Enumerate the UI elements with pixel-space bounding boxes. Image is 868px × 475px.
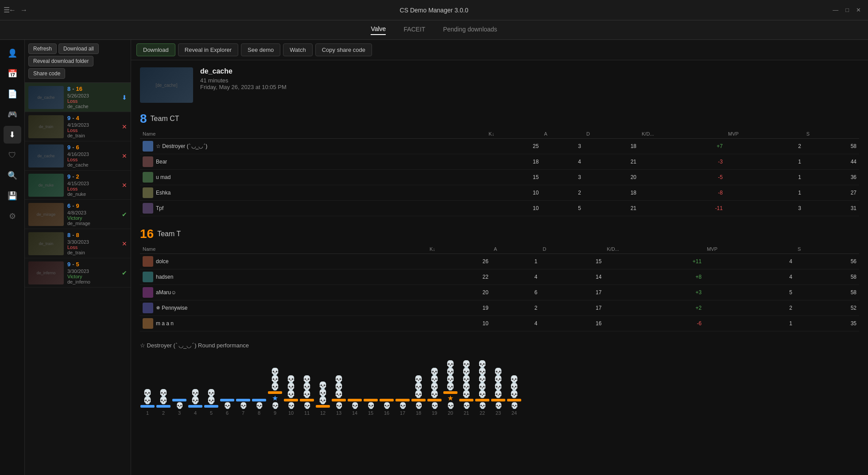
watch-button[interactable]: Watch <box>283 43 312 56</box>
table-row[interactable]: ✵ Pennywise 19 2 17 +2 2 52 <box>140 300 859 316</box>
demo-thumb-map: de_cache <box>28 144 64 167</box>
round-bar <box>140 405 155 408</box>
top-skulls: 💀💀💀💀💀 <box>478 361 487 398</box>
player-name: m a a n <box>156 320 174 327</box>
tab-pending[interactable]: Pending downloads <box>443 26 497 35</box>
table-row[interactable]: ☆ Destroyer (ˋ◡_◡ˊ) 25 3 18 +7 2 58 <box>140 139 859 154</box>
table-row[interactable]: aMaru☺ 20 6 17 +3 5 58 <box>140 285 859 300</box>
demo-item[interactable]: de_cache 8 - 16 5/26/2023 Loss de_cache … <box>25 83 131 112</box>
round-col: 💀💀💀 12 <box>315 369 330 416</box>
player-score: 31 <box>804 201 859 216</box>
col-s-t: S <box>795 245 859 254</box>
player-deaths: 14 <box>540 269 604 285</box>
star-ct-icon: ★ <box>272 395 278 402</box>
player-name-cell: m a a n <box>140 316 427 331</box>
team-ct-table: Name K↓ A D K/D... MVP S ☆ D <box>140 129 859 216</box>
top-skulls: 💀💀💀💀 <box>430 362 439 398</box>
score-t: 2 <box>76 173 79 180</box>
share-code-button[interactable]: Share code <box>28 68 65 79</box>
player-name-cell: u mad <box>140 170 486 185</box>
reveal-explorer-button[interactable]: Reveal in Explorer <box>178 43 238 56</box>
skull-orange-icon: 💀 <box>462 383 471 390</box>
sidebar-icon-players[interactable]: 🎮 <box>4 105 21 123</box>
round-bar <box>188 405 202 408</box>
sidebar-icon-downloads[interactable]: ⬇ <box>4 126 21 144</box>
round-bar <box>427 399 442 401</box>
table-row[interactable]: dolce 26 1 15 +11 4 56 <box>140 254 859 269</box>
sidebar-icon-demos[interactable]: 📄 <box>4 85 21 103</box>
table-row[interactable]: Eshka 10 2 18 -8 1 27 <box>140 185 859 201</box>
round-number: 19 <box>432 410 437 416</box>
minimize-button[interactable]: — <box>833 7 838 13</box>
sidebar-icon-profile[interactable]: 👤 <box>4 44 21 62</box>
round-col: 💀💀 1 <box>140 369 155 416</box>
round-number: 8 <box>258 410 260 416</box>
skull-orange-icon: 💀 <box>302 391 311 398</box>
round-bar <box>475 399 489 401</box>
reveal-folder-button[interactable]: Reveal download folder <box>28 56 93 66</box>
app-title: CS Demo Manager 3.0.0 <box>400 7 469 14</box>
demo-thumbnail: de_cache <box>28 144 64 167</box>
skull-red-icon: 💀 <box>479 402 486 409</box>
player-kd: -8 <box>639 185 725 201</box>
sidebar-icon-settings[interactable]: ⚙ <box>4 207 21 225</box>
demo-date: 4/15/2023 <box>67 181 118 186</box>
refresh-button[interactable]: Refresh <box>28 43 57 54</box>
demo-item[interactable]: de_nuke 9 - 2 4/15/2023 Loss de_nuke ✕ <box>25 171 131 200</box>
round-number: 15 <box>368 410 373 416</box>
round-bar <box>236 399 250 401</box>
table-row[interactable]: m a a n 10 4 16 -6 1 35 <box>140 316 859 331</box>
sidebar-icon-shield[interactable]: 🛡 <box>4 146 21 164</box>
table-row[interactable]: Tpf 10 5 21 -11 3 31 <box>140 201 859 216</box>
skull-red-icon: 💀 <box>303 402 311 409</box>
round-bar <box>459 399 473 401</box>
tab-faceit[interactable]: FACEIT <box>403 26 425 35</box>
top-skulls: 💀💀💀 <box>271 355 279 390</box>
bottom-skulls: 💀 <box>431 402 438 409</box>
see-demo-button[interactable]: See demo <box>241 43 280 56</box>
player-kd: -11 <box>639 201 725 216</box>
skull-orange-icon: 💀 <box>478 383 487 390</box>
skull-orange-icon: 💀 <box>414 376 423 383</box>
player-name: ☆ Destroyer (ˋ◡_◡ˊ) <box>156 143 207 149</box>
table-row[interactable]: hadsen 22 4 14 +8 4 58 <box>140 269 859 285</box>
skull-red-icon: 💀 <box>383 402 391 409</box>
demo-thumbnail: de_inferno <box>28 261 64 284</box>
download-button[interactable]: Download <box>136 43 175 56</box>
round-col: 💀💀💀 💀 11 <box>299 362 314 416</box>
skull-blue-icon: 💀 <box>334 376 343 383</box>
table-row[interactable]: Bear 18 4 21 -3 1 44 <box>140 154 859 170</box>
player-name: Tpf <box>156 205 163 211</box>
demo-item[interactable]: de_cache 9 - 6 4/16/2023 Loss de_cache ✕ <box>25 141 131 171</box>
round-bar <box>507 399 521 401</box>
copy-share-code-button[interactable]: Copy share code <box>315 43 372 56</box>
back-arrow[interactable]: ← <box>9 6 16 14</box>
maximize-button[interactable]: □ <box>845 7 849 13</box>
top-skulls: 💀💀💀 <box>510 362 519 398</box>
round-number: 18 <box>416 410 421 416</box>
sidebar-icon-search[interactable]: 🔍 <box>4 167 21 184</box>
sidebar-icon-calendar[interactable]: 📅 <box>4 65 21 82</box>
demo-info: 8 - 8 3/30/2023 Loss de_train <box>67 232 118 255</box>
skull-orange-icon: 💀 <box>430 376 439 383</box>
player-mvp: 1 <box>704 316 795 331</box>
close-button[interactable]: ✕ <box>856 7 861 13</box>
player-name-cell: hadsen <box>140 269 427 285</box>
demo-item[interactable]: de_inferno 9 - 5 3/30/2023 Victory de_in… <box>25 258 131 288</box>
download-all-button[interactable]: Download all <box>58 43 99 54</box>
skull-blue-icon: 💀 <box>143 397 152 404</box>
demo-item[interactable]: de_train 9 - 4 4/19/2023 Loss de_train ✕ <box>25 112 131 141</box>
round-number: 20 <box>448 410 453 416</box>
tab-valve[interactable]: Valve <box>371 25 386 35</box>
demo-item[interactable]: de_mirage 6 - 9 4/8/2023 Victory de_mira… <box>25 200 131 229</box>
skull-red-icon: 💀 <box>415 402 422 409</box>
sidebar-icon-database[interactable]: 💾 <box>4 187 21 205</box>
forward-arrow[interactable]: → <box>20 6 27 14</box>
player-deaths: 17 <box>540 285 604 300</box>
result-cross-icon: ✕ <box>122 182 127 189</box>
round-col: 💀 3 <box>172 362 187 416</box>
demo-item[interactable]: de_train 8 - 8 3/30/2023 Loss de_train ✕ <box>25 229 131 258</box>
skull-red-icon: 💀 <box>240 402 247 409</box>
demo-date: 5/26/2023 <box>67 93 118 98</box>
table-row[interactable]: u mad 15 3 20 -5 1 36 <box>140 170 859 185</box>
